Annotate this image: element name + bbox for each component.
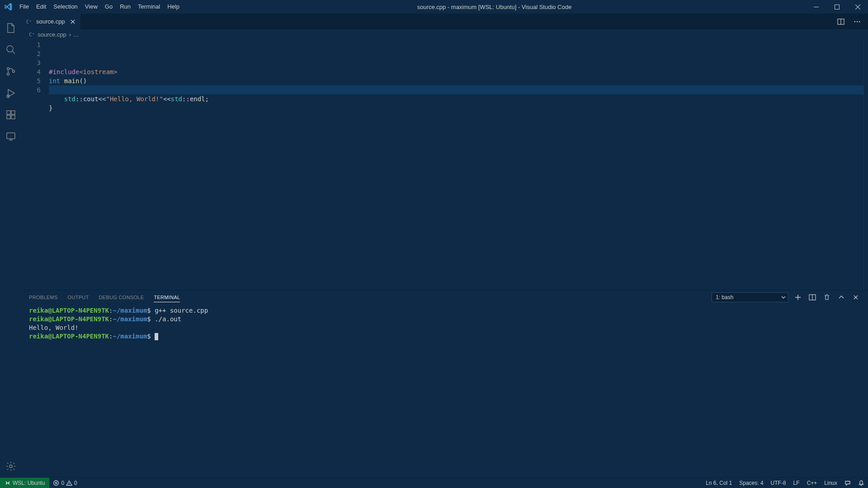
menu-help[interactable]: Help xyxy=(164,0,183,14)
svg-point-12 xyxy=(9,465,12,468)
cursor-position[interactable]: Ln 6, Col 1 xyxy=(702,478,736,488)
panel-tab-problems[interactable]: PROBLEMS xyxy=(29,293,58,302)
svg-point-17 xyxy=(859,21,860,22)
svg-point-15 xyxy=(854,21,856,22)
title-bar: File Edit Selection View Go Run Terminal… xyxy=(0,0,868,14)
run-debug-icon[interactable] xyxy=(0,82,22,104)
menu-selection[interactable]: Selection xyxy=(50,0,81,14)
panel-tab-output[interactable]: OUTPUT xyxy=(68,293,89,302)
cpp-file-icon: C⁺ xyxy=(26,18,33,25)
source-control-icon[interactable] xyxy=(0,61,22,82)
tab-label: source.cpp xyxy=(36,18,65,25)
svg-rect-9 xyxy=(7,115,10,119)
remote-indicator[interactable]: WSL: Ubuntu xyxy=(0,478,49,488)
svg-rect-10 xyxy=(11,115,15,119)
terminal-select[interactable]: 1: bash xyxy=(712,292,788,302)
bottom-panel: PROBLEMS OUTPUT DEBUG CONSOLE TERMINAL 1… xyxy=(22,290,868,477)
editor-actions xyxy=(835,14,868,29)
minimize-button[interactable] xyxy=(806,0,826,14)
menu-run[interactable]: Run xyxy=(116,0,134,14)
svg-rect-8 xyxy=(11,111,15,114)
tab-source-cpp[interactable]: C⁺ source.cpp xyxy=(22,14,81,29)
menu-terminal[interactable]: Terminal xyxy=(134,0,164,14)
panel-tabs: PROBLEMS OUTPUT DEBUG CONSOLE TERMINAL 1… xyxy=(22,290,868,305)
window-controls xyxy=(806,0,868,14)
status-right: Ln 6, Col 1 Spaces: 4 UTF-8 LF C++ Linux xyxy=(702,478,868,488)
indentation[interactable]: Spaces: 4 xyxy=(736,478,767,488)
svg-point-5 xyxy=(13,70,15,73)
chevron-right-icon: › xyxy=(69,31,71,38)
search-icon[interactable] xyxy=(0,39,22,61)
menu-edit[interactable]: Edit xyxy=(33,0,50,14)
activity-bar xyxy=(0,14,22,477)
svg-point-4 xyxy=(7,73,9,75)
os-indicator[interactable]: Linux xyxy=(821,478,841,488)
maximize-panel-icon[interactable] xyxy=(836,292,846,302)
encoding[interactable]: UTF-8 xyxy=(767,478,790,488)
status-bar: WSL: Ubuntu 0 0 Ln 6, Col 1 Spaces: 4 UT… xyxy=(0,477,868,488)
more-actions-icon[interactable] xyxy=(851,15,863,28)
cpp-file-icon: C⁺ xyxy=(29,32,35,38)
svg-text:C⁺: C⁺ xyxy=(26,19,32,24)
menu-file[interactable]: File xyxy=(16,0,33,14)
breadcrumb[interactable]: C⁺ source.cpp › ... xyxy=(22,29,868,39)
code-editor[interactable]: 123456 #include<iostream>int main(){ std… xyxy=(22,39,868,290)
svg-point-2 xyxy=(7,46,13,52)
error-count: 0 xyxy=(61,480,64,486)
split-editor-icon[interactable] xyxy=(835,15,847,28)
remote-label: WSL: Ubuntu xyxy=(13,480,45,486)
svg-point-16 xyxy=(857,21,858,22)
svg-rect-1 xyxy=(835,5,839,9)
main-area: C⁺ source.cpp C⁺ source.cpp › ... 123456 xyxy=(0,14,868,477)
breadcrumb-file: source.cpp xyxy=(38,31,66,38)
svg-rect-0 xyxy=(814,7,819,7)
eol[interactable]: LF xyxy=(790,478,803,488)
notifications-icon[interactable] xyxy=(854,478,868,488)
feedback-icon[interactable] xyxy=(841,478,854,488)
svg-point-3 xyxy=(7,68,9,70)
minimap[interactable] xyxy=(863,39,868,290)
explorer-icon[interactable] xyxy=(0,17,22,39)
editor-tabs: C⁺ source.cpp xyxy=(22,14,868,29)
language-mode[interactable]: C++ xyxy=(803,478,821,488)
warning-count: 0 xyxy=(74,480,77,486)
terminal-actions: 1: bash xyxy=(712,292,861,302)
svg-rect-7 xyxy=(7,111,10,114)
close-panel-icon[interactable] xyxy=(851,292,861,302)
menu-view[interactable]: View xyxy=(81,0,101,14)
terminal-select-value: 1: bash xyxy=(712,292,788,302)
close-tab-icon[interactable] xyxy=(70,19,76,25)
kill-terminal-icon[interactable] xyxy=(822,292,832,302)
panel-tab-debug-console[interactable]: DEBUG CONSOLE xyxy=(99,293,144,302)
remote-explorer-icon[interactable] xyxy=(0,126,22,147)
breadcrumb-more: ... xyxy=(74,31,79,38)
code-area[interactable]: #include<iostream>int main(){ std::cout<… xyxy=(49,39,863,290)
menu-go[interactable]: Go xyxy=(101,0,116,14)
editor-container: C⁺ source.cpp C⁺ source.cpp › ... 123456 xyxy=(22,14,868,477)
line-gutter: 123456 xyxy=(22,39,49,290)
terminal-output[interactable]: reika@LAPTOP-N4PEN9TK:~/maximum$ g++ sou… xyxy=(22,305,868,477)
close-window-button[interactable] xyxy=(847,0,868,14)
new-terminal-icon[interactable] xyxy=(793,292,803,302)
panel-tab-terminal[interactable]: TERMINAL xyxy=(154,293,180,302)
current-line-highlight xyxy=(49,85,863,94)
maximize-button[interactable] xyxy=(826,0,847,14)
split-terminal-icon[interactable] xyxy=(807,292,817,302)
vscode-logo-icon xyxy=(0,3,16,11)
problems-status[interactable]: 0 0 xyxy=(49,478,80,488)
menu-bar: File Edit Selection View Go Run Terminal… xyxy=(16,0,183,14)
window-title: source.cpp - maximum [WSL: Ubuntu] - Vis… xyxy=(183,4,806,10)
extensions-icon[interactable] xyxy=(0,104,22,126)
svg-rect-11 xyxy=(7,133,15,139)
settings-gear-icon[interactable] xyxy=(0,455,22,477)
